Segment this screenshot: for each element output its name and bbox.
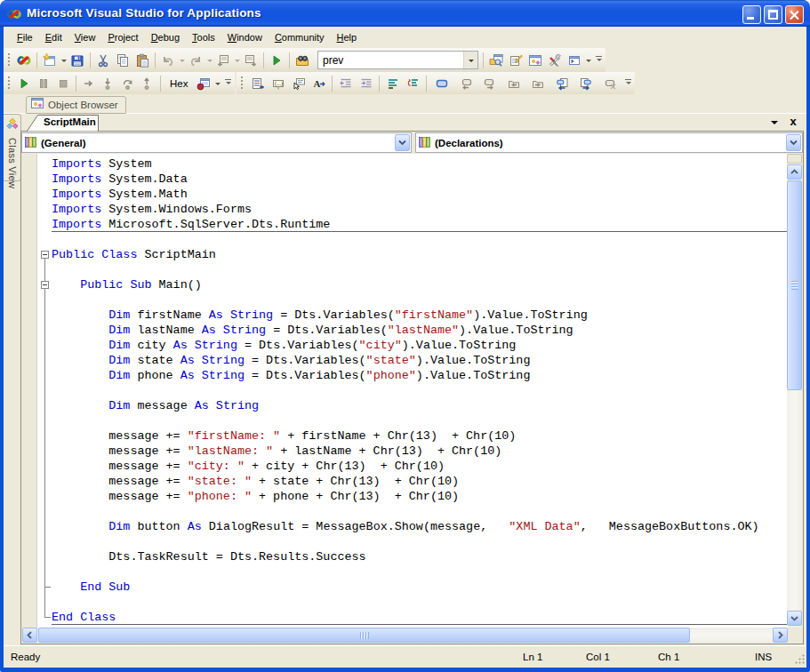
objects-combo[interactable]: (General) bbox=[21, 132, 412, 153]
show-next-statement-button[interactable] bbox=[79, 74, 99, 93]
class-view-tab[interactable]: Class View bbox=[4, 114, 21, 181]
code-line[interactable] bbox=[22, 564, 788, 580]
document-close-button[interactable]: x bbox=[787, 115, 799, 129]
chevron-down-icon[interactable] bbox=[463, 52, 477, 68]
code-line[interactable]: Dim phone As String = Dts.Variables("pho… bbox=[22, 368, 788, 383]
command-window-dropdown[interactable] bbox=[584, 51, 592, 70]
code-line[interactable]: message += "lastName: " + lastName + Chr… bbox=[22, 444, 788, 459]
declarations-combo[interactable]: (Declarations) bbox=[415, 132, 803, 153]
display-member-list-button[interactable] bbox=[247, 74, 268, 93]
find-combobox[interactable]: prev bbox=[317, 51, 478, 69]
menu-edit[interactable]: Edit bbox=[39, 28, 68, 46]
declarations-combo-dropdown[interactable] bbox=[786, 134, 801, 151]
code-line[interactable] bbox=[22, 262, 788, 277]
menu-tools[interactable]: Tools bbox=[186, 28, 221, 46]
uncomment-selection-button[interactable] bbox=[403, 74, 423, 93]
splitter-handle[interactable] bbox=[787, 154, 802, 164]
hex-toggle-button[interactable]: Hex bbox=[164, 74, 194, 93]
step-into-button[interactable] bbox=[99, 74, 118, 93]
undo-button[interactable] bbox=[158, 51, 178, 70]
find-in-files-button[interactable] bbox=[293, 51, 312, 70]
code-line[interactable]: message += "state: " + state + Chr(13) +… bbox=[22, 474, 788, 489]
properties-window-button[interactable] bbox=[506, 51, 525, 70]
clear-bookmarks-button[interactable] bbox=[599, 74, 620, 93]
breakpoints-window-button[interactable] bbox=[194, 74, 213, 93]
decrease-indent-button[interactable] bbox=[335, 74, 356, 93]
toolbox-button[interactable] bbox=[545, 51, 565, 70]
object-browser-tab[interactable]: Object Browser bbox=[26, 96, 126, 114]
code-line[interactable]: Dim message As String bbox=[22, 398, 788, 413]
document-list-dropdown-button[interactable] bbox=[768, 116, 781, 129]
scroll-right-button[interactable] bbox=[773, 628, 788, 643]
toolbar-grip[interactable] bbox=[7, 76, 12, 91]
toolbar-overflow-button[interactable] bbox=[594, 51, 604, 70]
code-line[interactable]: Imports System.Math bbox=[22, 187, 788, 202]
code-line[interactable]: Imports Microsoft.SqlServer.Dts.Runtime bbox=[22, 217, 788, 232]
toolbar-overflow-button[interactable] bbox=[623, 74, 633, 93]
resize-grip[interactable] bbox=[794, 653, 806, 665]
code-line[interactable]: Public Class ScriptMain bbox=[22, 247, 788, 262]
navigate-forward-button[interactable] bbox=[241, 51, 261, 70]
code-line[interactable]: Dim lastName As String = Dts.Variables("… bbox=[22, 323, 788, 338]
document-tab-scriptmain[interactable]: ScriptMain bbox=[26, 115, 100, 132]
display-quick-info-button[interactable] bbox=[288, 74, 309, 93]
stop-debugging-button[interactable] bbox=[53, 74, 73, 93]
menu-project[interactable]: Project bbox=[101, 28, 144, 46]
code-line[interactable] bbox=[22, 413, 788, 428]
previous-bookmark-in-document-button[interactable] bbox=[551, 74, 572, 93]
next-bookmark-in-document-button[interactable] bbox=[575, 74, 596, 93]
increase-indent-button[interactable] bbox=[356, 74, 376, 93]
code-line[interactable]: message += "firstName: " + firstName + C… bbox=[22, 428, 788, 444]
code-line[interactable] bbox=[22, 383, 788, 398]
code-line[interactable]: End Class bbox=[22, 610, 788, 625]
code-line[interactable]: message += "city: " + city + Chr(13) + C… bbox=[22, 459, 788, 474]
menu-help[interactable]: Help bbox=[331, 28, 364, 46]
scroll-down-button[interactable] bbox=[787, 611, 802, 626]
code-line[interactable] bbox=[22, 504, 788, 519]
menu-window[interactable]: Window bbox=[221, 28, 269, 46]
save-button[interactable] bbox=[68, 51, 87, 70]
maximize-button[interactable] bbox=[764, 5, 782, 24]
code-line[interactable]: Dim city As String = Dts.Variables("city… bbox=[22, 338, 788, 353]
code-line[interactable] bbox=[22, 232, 788, 247]
code-line[interactable] bbox=[22, 595, 788, 610]
code-editor[interactable]: Imports SystemImports System.DataImports… bbox=[22, 154, 788, 628]
code-line[interactable] bbox=[22, 292, 788, 308]
scroll-up-button[interactable] bbox=[787, 164, 802, 180]
previous-bookmark-button[interactable] bbox=[455, 74, 476, 93]
toolbar-overflow-button[interactable] bbox=[223, 74, 233, 93]
vs-logo-button[interactable] bbox=[14, 51, 34, 70]
collapse-box[interactable] bbox=[41, 281, 49, 289]
menu-debug[interactable]: Debug bbox=[145, 28, 186, 46]
code-line[interactable]: Public Sub Main() bbox=[22, 277, 788, 292]
next-bookmark-in-folder-button[interactable] bbox=[527, 74, 548, 93]
horizontal-scrollbar[interactable] bbox=[22, 628, 788, 643]
code-line[interactable]: Dim firstName As String = Dts.Variables(… bbox=[22, 308, 788, 323]
object-browser-button[interactable] bbox=[525, 51, 545, 70]
code-line[interactable]: End Sub bbox=[22, 580, 788, 595]
collapse-box[interactable] bbox=[41, 251, 49, 259]
vertical-scrollbar[interactable] bbox=[787, 154, 802, 627]
code-line[interactable]: message += "phone: " + phone + Chr(13) +… bbox=[22, 489, 788, 504]
next-bookmark-button[interactable] bbox=[479, 74, 500, 93]
toolbar-grip[interactable] bbox=[7, 53, 12, 68]
paste-button[interactable] bbox=[132, 51, 152, 70]
code-line[interactable]: Imports System bbox=[22, 156, 788, 172]
display-parameter-info-button[interactable]: (...) bbox=[268, 74, 288, 93]
step-over-button[interactable] bbox=[118, 74, 138, 93]
navigate-backward-button[interactable] bbox=[213, 51, 233, 70]
breakpoints-window-dropdown[interactable] bbox=[213, 74, 221, 93]
code-line[interactable]: Dim button As DialogResult = MessageBox.… bbox=[22, 519, 788, 534]
horizontal-scroll-thumb[interactable] bbox=[38, 628, 690, 643]
break-all-button[interactable] bbox=[34, 74, 53, 93]
code-line[interactable]: Dim state As String = Dts.Variables("sta… bbox=[22, 353, 788, 368]
previous-bookmark-in-folder-button[interactable] bbox=[503, 74, 524, 93]
navigate-backward-dropdown[interactable] bbox=[233, 51, 241, 70]
add-new-item-dropdown[interactable] bbox=[60, 51, 68, 70]
scroll-left-button[interactable] bbox=[22, 628, 37, 643]
menu-file[interactable]: File bbox=[11, 28, 39, 46]
code-line[interactable]: Imports System.Windows.Forms bbox=[22, 202, 788, 217]
minimize-button[interactable] bbox=[742, 5, 761, 24]
menu-view[interactable]: View bbox=[68, 28, 102, 46]
continue-button[interactable] bbox=[14, 74, 34, 93]
